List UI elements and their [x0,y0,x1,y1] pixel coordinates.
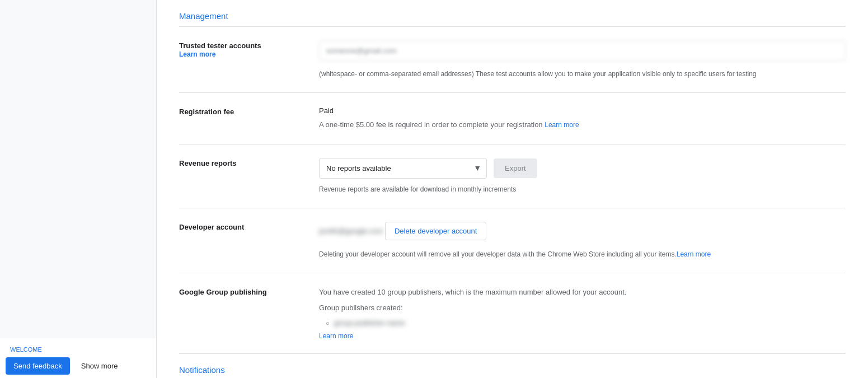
delete-developer-account-button[interactable]: Delete developer account [385,222,486,240]
trusted-tester-label: Trusted tester accounts Learn more [179,40,319,58]
google-group-publishing-row: Google Group publishing You have created… [179,273,846,354]
revenue-reports-label: Revenue reports [179,158,319,167]
google-group-publishing-label: Google Group publishing [179,287,319,296]
revenue-reports-row: Revenue reports No reports available ▼ E… [179,144,846,208]
trusted-tester-content: (whitespace- or comma-separated email ad… [319,40,846,79]
developer-account-row: Developer account jsmith@google.com Dele… [179,208,846,273]
registration-fee-learn-more-link[interactable]: Learn more [545,121,579,129]
trusted-tester-input[interactable] [319,40,846,61]
send-feedback-button[interactable]: Send feedback [6,357,70,375]
show-more-button[interactable]: Show more [73,357,126,375]
registration-fee-content: Paid A one-time $5.00 fee is required in… [319,106,846,130]
trusted-tester-helper: (whitespace- or comma-separated email ad… [319,69,846,79]
developer-account-learn-more-link[interactable]: Learn more [677,250,711,258]
registration-fee-status: Paid [319,106,846,115]
trusted-tester-row: Trusted tester accounts Learn more (whit… [179,27,846,93]
registration-fee-label: Registration fee [179,106,319,116]
registration-fee-description: A one-time $5.00 fee is required in orde… [319,119,846,130]
group-name-blurred: group-publisher-name [334,319,405,327]
group-publishing-description1: You have created 10 group publishers, wh… [319,287,846,298]
welcome-label: WELCOME [6,344,151,355]
revenue-reports-content: No reports available ▼ Export Revenue re… [319,158,846,194]
developer-account-email: jsmith@google.com [319,227,383,235]
group-publishers-list: group-publisher-name [326,319,846,327]
revenue-reports-select[interactable]: No reports available [319,158,487,179]
group-publishing-description2: Group publishers created: [319,302,846,314]
management-section-title: Management [179,0,846,27]
sidebar-actions: Send feedback Show more [6,357,151,375]
developer-account-content: jsmith@google.com Delete developer accou… [319,222,846,259]
sidebar: WELCOME Send feedback Show more [0,0,157,378]
export-button[interactable]: Export [494,158,537,178]
trusted-tester-learn-more-link[interactable]: Learn more [179,50,215,58]
registration-fee-row: Registration fee Paid A one-time $5.00 f… [179,93,846,144]
google-group-publishing-content: You have created 10 group publishers, wh… [319,287,846,340]
notifications-section-title: Notifications [179,354,846,378]
revenue-controls: No reports available ▼ Export [319,158,846,179]
main-content: Management Trusted tester accounts Learn… [157,0,868,378]
revenue-select-wrapper: No reports available ▼ [319,158,487,179]
developer-account-label: Developer account [179,222,319,231]
group-publishing-learn-more-link[interactable]: Learn more [319,332,353,340]
sidebar-bottom-panel: WELCOME Send feedback Show more [0,338,156,378]
developer-account-description: Deleting your developer account will rem… [319,249,846,259]
revenue-reports-helper: Revenue reports are available for downlo… [319,184,846,194]
list-item: group-publisher-name [326,319,846,327]
